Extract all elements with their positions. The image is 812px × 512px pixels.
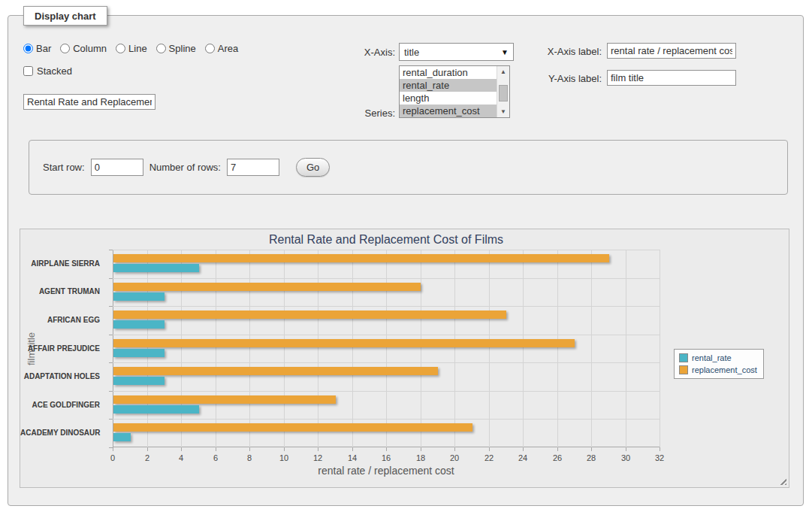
x-tick-label: 24 <box>512 453 534 462</box>
x-gridline <box>626 250 626 447</box>
y-gridline <box>113 306 660 307</box>
chart-type-radio-bar[interactable] <box>23 44 33 53</box>
x-axis-select-label: X-Axis: <box>324 47 395 58</box>
num-rows-input[interactable] <box>227 159 279 176</box>
x-gridline <box>249 250 250 447</box>
x-tick-mark <box>113 447 113 451</box>
y-gridline <box>113 278 660 279</box>
scrollbar-thumb[interactable] <box>499 85 508 101</box>
y-axis-label-input[interactable] <box>607 70 736 86</box>
bar-rental_rate[interactable] <box>113 292 165 301</box>
bar-rental_rate[interactable] <box>113 320 165 329</box>
y-gridline <box>113 362 660 363</box>
legend-item-replacement_cost[interactable]: replacement_cost <box>679 365 757 374</box>
y-axis-field-label: Y-Axis label: <box>489 73 602 84</box>
category-label: AFFAIR PREJUDICE <box>20 344 107 354</box>
stacked-checkbox[interactable] <box>23 66 33 76</box>
x-tick-label: 18 <box>409 453 432 462</box>
go-button[interactable]: Go <box>296 158 330 177</box>
scroll-down-icon[interactable]: ▼ <box>497 106 509 117</box>
x-tick-label: 16 <box>375 453 397 462</box>
y-gridline <box>113 419 660 420</box>
x-tick-mark <box>147 447 148 451</box>
x-tick-label: 8 <box>238 453 261 462</box>
plot-area <box>113 250 660 447</box>
x-tick-label: 6 <box>204 453 227 462</box>
x-tick-mark <box>591 447 592 451</box>
series-option-rental_duration[interactable]: rental_duration <box>400 66 497 79</box>
y-tick-mark <box>109 362 113 363</box>
x-tick-mark <box>386 447 387 451</box>
x-tick-mark <box>249 447 250 451</box>
y-gridline <box>113 391 660 392</box>
x-axis-field-label: X-Axis label: <box>489 46 602 57</box>
fieldset-legend: Display chart <box>23 6 107 26</box>
bar-replacement_cost[interactable] <box>113 339 575 347</box>
bar-rental_rate[interactable] <box>113 264 199 272</box>
x-tick-label: 30 <box>614 453 637 462</box>
bar-replacement_cost[interactable] <box>113 311 506 319</box>
legend-swatch-icon <box>679 365 688 374</box>
category-label: AFRICAN EGG <box>20 315 107 326</box>
bar-rental_rate[interactable] <box>113 377 165 385</box>
chart-type-radio-column[interactable] <box>60 44 70 53</box>
y-tick-mark <box>109 278 113 279</box>
series-option-length[interactable]: length <box>400 92 497 105</box>
bar-rental_rate[interactable] <box>113 405 199 414</box>
chart-type-radio-spline[interactable] <box>156 44 166 53</box>
bar-replacement_cost[interactable] <box>113 395 336 404</box>
x-axis-title: rental rate / replacement cost <box>113 465 660 477</box>
x-gridline <box>660 250 660 447</box>
legend-swatch-icon <box>679 353 688 362</box>
bar-rental_rate[interactable] <box>113 349 165 357</box>
x-gridline <box>352 250 353 447</box>
start-row-input[interactable] <box>91 159 143 176</box>
x-tick-mark <box>284 447 285 451</box>
chart-type-radio-line[interactable] <box>116 44 125 53</box>
display-chart-fieldset: Display chart BarColumnLineSplineArea St… <box>8 15 804 506</box>
x-axis-select-value: title <box>400 47 497 58</box>
chart-title-input[interactable] <box>23 94 155 110</box>
x-axis-label-input[interactable] <box>607 43 736 59</box>
x-gridline <box>523 250 524 447</box>
chart-type-label-bar: Bar <box>36 43 51 54</box>
category-label: AGENT TRUMAN <box>20 286 107 297</box>
x-tick-label: 12 <box>306 453 329 462</box>
x-tick-mark <box>421 447 421 451</box>
chart-type-radio-area[interactable] <box>205 44 215 53</box>
series-options: rental_durationrental_ratelengthreplacem… <box>400 66 497 117</box>
legend-item-rental_rate[interactable]: rental_rate <box>679 353 757 362</box>
x-tick-mark <box>216 447 216 451</box>
legend-label: replacement_cost <box>692 365 757 374</box>
bar-replacement_cost[interactable] <box>113 423 472 432</box>
y-tick-mark <box>109 447 113 448</box>
resize-handle-icon[interactable] <box>779 477 786 485</box>
x-tick-mark <box>454 447 455 451</box>
x-tick-mark <box>660 447 660 451</box>
chart-type-label-column: Column <box>73 43 107 54</box>
x-tick-mark <box>181 447 182 451</box>
category-label: ACADEMY DINOSAUR <box>20 428 107 438</box>
num-rows-label: Number of rows: <box>149 162 221 173</box>
page: Display chart BarColumnLineSplineArea St… <box>0 0 812 512</box>
bar-replacement_cost[interactable] <box>113 283 421 291</box>
chart-type-radio-group: BarColumnLineSplineArea <box>23 43 244 54</box>
x-tick-mark <box>318 447 318 451</box>
x-gridline <box>591 250 592 447</box>
series-option-rental_rate[interactable]: rental_rate <box>400 79 497 92</box>
chart-type-label-spline: Spline <box>169 43 196 54</box>
row-range-panel: Start row: Number of rows: Go <box>29 140 788 195</box>
bar-rental_rate[interactable] <box>113 433 131 441</box>
start-row-label: Start row: <box>43 162 85 173</box>
legend-label: rental_rate <box>692 353 732 362</box>
x-tick-label: 2 <box>136 453 158 462</box>
chart-legend: rental_ratereplacement_cost <box>674 349 764 379</box>
bar-replacement_cost[interactable] <box>113 367 438 375</box>
x-gridline <box>318 250 318 447</box>
series-option-replacement_cost[interactable]: replacement_cost <box>400 105 497 117</box>
x-tick-mark <box>489 447 490 451</box>
y-tick-mark <box>109 335 113 335</box>
bar-replacement_cost[interactable] <box>113 254 609 262</box>
stacked-row: Stacked <box>23 65 72 77</box>
x-tick-mark <box>626 447 626 451</box>
